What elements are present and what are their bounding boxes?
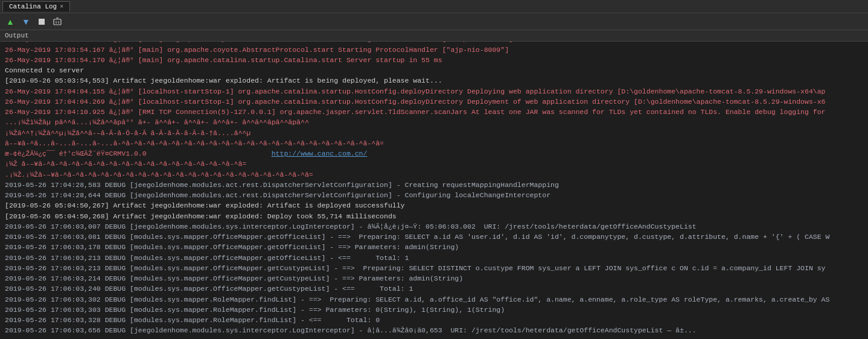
log-line: 2019-05-26 17:06:03,328 DEBUG [modules.s… [0,315,868,325]
svg-rect-1 [54,19,61,25]
stop-icon [37,17,46,26]
scroll-up-button[interactable]: ▲ [4,15,17,28]
log-line: 2019-05-26 17:06:03,303 DEBUG [modules.s… [0,305,868,315]
log-link[interactable]: http://www.canc.com.cn/ [272,150,368,157]
log-area[interactable]: 26-May-2019 17:03:54.143 â¿¦â®° [main] o… [0,42,868,337]
log-line: 26-May-2019 17:04:04.269 â¿¦â®° [localho… [0,97,868,107]
log-line: 2019-05-26 17:06:03,178 DEBUG [modules.s… [0,242,868,252]
stop-button[interactable] [35,15,48,28]
log-line: ...¡¼Žì¼Žâµ pâ^^â...¡¼Žâ^^âpâ°° â+- â^^â… [0,117,868,127]
catalina-log-tab[interactable]: Catalina Log × [2,1,70,11]
log-line: 2019-05-26 17:06:03,213 DEBUG [modules.s… [0,263,868,273]
log-line: 2019-05-26 17:04:28,583 DEBUG [jeegolden… [0,180,868,190]
output-header: Output [0,30,868,42]
log-line: 2019-05-26 17:06:03,302 DEBUG [modules.s… [0,294,868,305]
close-tab-icon[interactable]: × [60,4,63,10]
log-line: 2019-05-26 17:06:03,007 DEBUG [jeegolden… [0,221,868,232]
tab-bar: Catalina Log × [0,0,868,13]
log-line: 2019-05-26 17:06:03,240 DEBUG [modules.s… [0,284,868,294]
scroll-down-button[interactable]: ▼ [19,15,33,28]
log-line: [2019-05-26 05:04:50,267] Artifact jeego… [0,200,868,211]
log-line: ¡¼Žâ^^†¡¼Žâ^^µ¡¼Žâ^^â-–â-Ã-â-Ö-â-Ã â-Ã-â… [0,128,868,138]
log-line: 26-May-2019 17:04:10.925 â¿¦â®° [RMI TCP… [0,107,868,117]
log-line: 26-May-2019 17:03:54.167 â¿¦â®° [main] o… [0,45,868,55]
log-line: [2019-05-26 05:03:54,553] Artifact jeego… [0,75,868,86]
log-line: 2019-05-26 17:04:28,644 DEBUG [jeegolden… [0,190,868,200]
log-line: â-–¥â-^â...â-...â-...â-...â-^â-^â-^â-^â-… [0,138,868,148]
log-line: [2019-05-26 05:04:50,268] Artifact jeego… [0,211,868,221]
log-line: 26-May-2019 17:04:04.155 â¿¦â®° [localho… [0,86,868,97]
log-line: 2019-05-26 17:06:03,656 DEBUG [jeegolden… [0,325,868,335]
toolbar: ▲ ▼ [0,13,868,30]
svg-rect-0 [39,19,45,25]
log-line: .¡¼Ž.¡¼Žâ-–¥â-^â-^â-^â-^â-^â-^â-^â-^â-^â… [0,170,868,180]
log-line: Connected to server [0,65,868,75]
log-line: 2019-05-26 17:06:03,213 DEBUG [modules.s… [0,253,868,263]
log-line: 2019-05-26 17:06:03,081 DEBUG [modules.s… [0,232,868,242]
log-line: 2019-05-26 17:06:03,214 DEBUG [modules.s… [0,273,868,284]
clear-icon [53,17,62,26]
log-line: 26-May-2019 17:03:54.170 â¿¦â®° [main] o… [0,55,868,65]
clear-button[interactable] [51,15,64,28]
log-line: æ-¢è¿ŽÃ¼¿ç¯¯ é†'c¾ŒÃŽ¨ëŸ¤CRMV1.0.0 http:… [0,148,868,170]
tab-label: Catalina Log [9,3,57,10]
